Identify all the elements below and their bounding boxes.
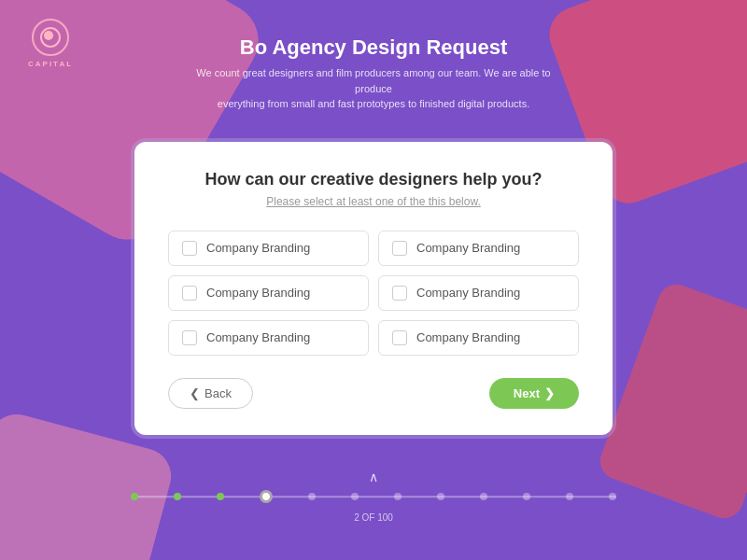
card-shadow: How can our creative designers help you?… <box>131 138 616 439</box>
card-footer: ❮ Back Next ❯ <box>168 378 579 409</box>
chevron-right-icon: ❯ <box>544 386 555 400</box>
progress-area: ∧ 2 OF 100 <box>0 469 747 523</box>
option-checkbox-1[interactable] <box>182 241 197 256</box>
option-item-1[interactable]: Company Branding <box>168 231 369 266</box>
progress-dot-1 <box>131 493 138 500</box>
back-button[interactable]: ❮ Back <box>168 378 253 409</box>
options-grid: Company Branding Company Branding Compan… <box>168 231 579 356</box>
option-label-6: Company Branding <box>416 330 520 344</box>
option-checkbox-3[interactable] <box>182 286 197 301</box>
option-label-5: Company Branding <box>206 330 310 344</box>
progress-label: 2 OF 100 <box>354 512 393 523</box>
progress-dot-11 <box>566 493 573 500</box>
card-instruction: Please select at least one of the this b… <box>168 195 579 208</box>
option-checkbox-4[interactable] <box>392 286 407 301</box>
option-checkbox-6[interactable] <box>392 330 407 345</box>
page-title: Bo Agency Design Request <box>240 35 507 60</box>
option-checkbox-5[interactable] <box>182 330 197 345</box>
progress-dots <box>131 490 616 503</box>
progress-dot-12 <box>609 493 616 500</box>
progress-dot-6 <box>351 493 359 500</box>
progress-dot-7 <box>394 493 402 500</box>
progress-track <box>131 490 616 503</box>
chevron-left-icon: ❮ <box>190 386 200 400</box>
page-subtitle: We count great designers and film produc… <box>177 65 570 112</box>
progress-dot-5 <box>308 493 316 500</box>
option-item-4[interactable]: Company Branding <box>378 275 579 311</box>
progress-dot-10 <box>523 493 530 500</box>
main-card: How can our creative designers help you?… <box>134 142 613 435</box>
header: Bo Agency Design Request We count great … <box>0 0 747 121</box>
progress-dot-current <box>260 490 273 503</box>
option-item-6[interactable]: Company Branding <box>378 320 579 356</box>
next-button[interactable]: Next ❯ <box>489 378 579 409</box>
option-label-2: Company Branding <box>416 241 520 255</box>
option-item-3[interactable]: Company Branding <box>168 275 369 311</box>
option-label-3: Company Branding <box>206 286 310 300</box>
progress-arrow-icon: ∧ <box>369 469 378 484</box>
progress-dot-2 <box>174 493 181 500</box>
progress-dot-9 <box>480 493 487 500</box>
progress-dot-8 <box>437 493 444 500</box>
card-question: How can our creative designers help you? <box>168 170 579 189</box>
card-wrapper: How can our creative designers help you?… <box>0 138 747 439</box>
option-checkbox-2[interactable] <box>392 241 407 256</box>
page-container: CAPITAL Bo Agency Design Request We coun… <box>0 0 747 560</box>
option-label-1: Company Branding <box>206 241 310 255</box>
progress-dot-3 <box>217 493 224 500</box>
option-item-2[interactable]: Company Branding <box>378 231 579 266</box>
option-label-4: Company Branding <box>416 286 520 300</box>
option-item-5[interactable]: Company Branding <box>168 320 369 356</box>
